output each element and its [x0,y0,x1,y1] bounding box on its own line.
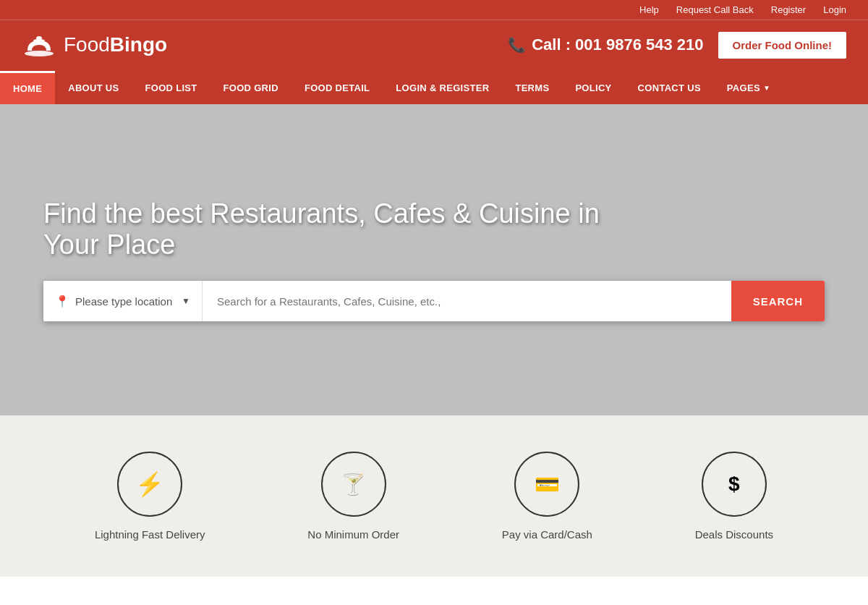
dollar-icon: $ [728,473,740,496]
location-chevron-icon: ▼ [182,296,190,306]
nav-food-detail[interactable]: FOOD DETAIL [292,71,383,104]
nav-home[interactable]: HOME [0,71,55,104]
features-section: ⚡ Lightning Fast Delivery 🍸 No Minimum O… [0,415,868,577]
feature-deals: $ Deals Discounts [695,452,773,541]
deals-icon-circle: $ [702,452,767,517]
order-food-button[interactable]: Order Food Online! [718,32,847,59]
location-text: Please type location [75,295,176,308]
nav-food-grid[interactable]: FOOD GRID [210,71,292,104]
lightning-icon: ⚡ [135,470,164,498]
nav-login-register[interactable]: LOGIN & REGISTER [383,71,502,104]
login-link[interactable]: Login [823,4,846,15]
register-link[interactable]: Register [771,4,806,15]
hero-content: Find the best Restaurants, Cafes & Cuisi… [43,198,825,321]
request-call-back-link[interactable]: Request Call Back [676,4,754,15]
nav-pages[interactable]: PAGES ▼ [714,71,783,104]
nav-terms[interactable]: TERMS [502,71,562,104]
fast-delivery-icon-circle: ⚡ [117,452,182,517]
payment-label: Pay via Card/Cash [502,528,592,541]
pages-chevron-icon: ▼ [763,84,770,92]
phone-icon: 📞 [508,36,526,54]
nav-contact[interactable]: CONTACT US [625,71,714,104]
deals-label: Deals Discounts [695,528,773,541]
location-pin-icon: 📍 [55,295,69,308]
top-bar: Help Request Call Back Register Login [0,0,868,20]
main-nav: HOME ABOUT US FOOD LIST FOOD GRID FOOD D… [0,71,868,104]
nav-about[interactable]: ABOUT US [55,71,132,104]
nav-policy[interactable]: POLICY [562,71,624,104]
feature-payment: 💳 Pay via Card/Cash [502,452,592,541]
help-link[interactable]: Help [639,4,659,15]
hero-title: Find the best Restaurants, Cafes & Cuisi… [43,198,622,261]
cocktail-icon: 🍸 [341,473,366,496]
no-minimum-icon-circle: 🍸 [321,452,386,517]
location-selector[interactable]: 📍 Please type location ▼ [43,281,203,321]
header-right: 📞 Call : 001 9876 543 210 Order Food Onl… [508,32,846,59]
logo[interactable]: FoodBingo [22,28,167,62]
header: FoodBingo 📞 Call : 001 9876 543 210 Orde… [0,20,868,71]
phone-number: 📞 Call : 001 9876 543 210 [508,35,703,54]
search-bar: 📍 Please type location ▼ SEARCH [43,281,825,321]
search-input[interactable] [203,281,731,321]
logo-text: FoodBingo [64,33,167,56]
payment-icon-circle: 💳 [514,452,579,517]
no-minimum-label: No Minimum Order [307,528,399,541]
hero-section: Find the best Restaurants, Cafes & Cuisi… [0,104,868,415]
search-button[interactable]: SEARCH [731,281,825,321]
svg-rect-2 [36,36,42,41]
logo-icon [22,28,56,62]
card-icon: 💳 [535,473,560,496]
fast-delivery-label: Lightning Fast Delivery [95,528,205,541]
feature-no-minimum: 🍸 No Minimum Order [307,452,399,541]
nav-food-list[interactable]: FOOD LIST [132,71,210,104]
svg-point-0 [25,51,54,56]
feature-fast-delivery: ⚡ Lightning Fast Delivery [95,452,205,541]
